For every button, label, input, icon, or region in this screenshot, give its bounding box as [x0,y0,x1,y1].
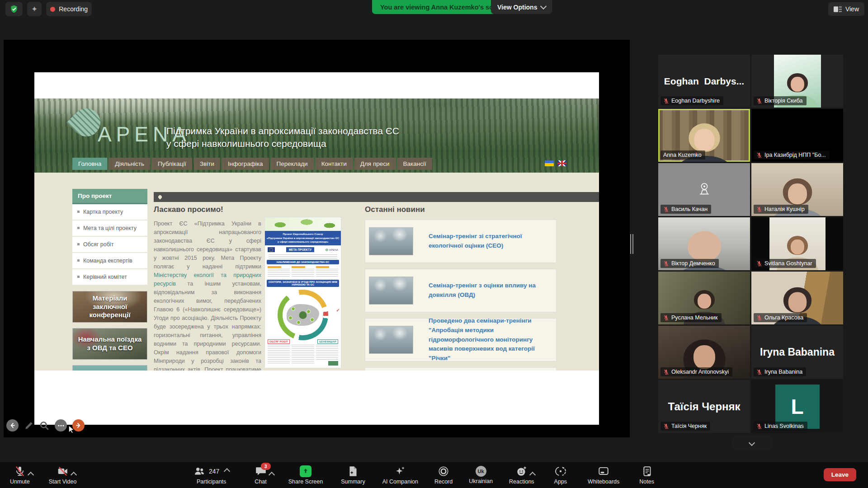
participant-tile-linas[interactable]: L Linas Svolkinas [751,380,843,433]
participant-tile-eoghan[interactable]: Eoghan Darbys... Eoghan Darbyshire [658,55,750,108]
project-infographic: Проект Європейського Союзу «Підтримка Ук… [264,217,341,368]
arrow-left-icon [9,422,16,429]
muted-mic-icon [663,206,669,212]
infographic-title: Проект Європейського Союзу «Підтримка Ук… [265,231,341,245]
participant-tile-vasyl[interactable]: Василь Качан [658,163,750,216]
participant-tile-svitlana[interactable]: Svitlana Goshtynar [751,217,843,270]
summary-button[interactable]: Summary [341,462,365,488]
nav-item-activity: Діяльність [109,158,150,170]
muted-mic-icon [756,261,762,267]
site-content: Про проект Картка проекту Мета та цілі п… [34,173,599,371]
site-tagline: Підтримка України в апроксимації законод… [166,125,399,150]
news-thumbnail [369,326,413,354]
participant-label: Василь Качан [660,205,711,214]
news-title: Останні новини [365,205,557,214]
participant-label: Eoghan Darbyshire [660,96,723,105]
news-item-title: Семінар-тренінг з оцінки впливу на довкі… [429,281,552,300]
nav-item-infographics: Інфографіка [222,158,269,170]
muted-mic-icon [756,206,762,212]
pencil-icon [24,421,34,431]
participant-tile-viktor[interactable]: Віктор Демченко [658,217,750,270]
participants-chevron[interactable] [224,468,230,474]
news-thumbnail [369,277,413,305]
security-shield-button[interactable] [5,2,23,16]
gallery-next-page-button[interactable] [731,436,772,451]
ring-center-icon [299,311,307,319]
whiteboards-icon [598,465,609,477]
view-options-button[interactable]: View Options [491,0,552,14]
red-check-icon: ✓ [336,308,340,313]
annotate-pencil-button[interactable] [24,421,34,431]
participant-label: Svitlana Goshtynar [754,259,816,268]
leave-button[interactable]: Leave [824,468,856,481]
participants-button[interactable]: 247 Participants [193,462,229,488]
sidebar-item-scope: Обсяг робіт [72,237,147,253]
participant-label: Наталія Кушнір [754,205,808,214]
participant-tile-taisiia[interactable]: Таїсія Черняк Таїсія Черняк [658,380,750,433]
uk-flag-icon [557,160,566,166]
muted-mic-icon [756,315,762,321]
notes-button[interactable]: Notes [639,462,654,488]
nav-item-publications: Публікації [152,158,192,170]
infographic-sector-ring: ✓ [265,288,341,346]
chevron-down-icon [749,439,755,446]
participant-tile-ruslana[interactable]: Руслана Мельник [658,272,750,324]
news-item: В Києві відбувся семінар з оцінки статус… [365,367,557,371]
video-options-chevron[interactable] [71,471,77,478]
panel-resize-handle[interactable] [630,234,634,254]
language-uk-icon: Uk [476,466,486,477]
back-arrow-button[interactable] [6,419,19,432]
infographic-steps [265,265,341,279]
chevron-down-icon [540,3,547,9]
ellipsis-icon [57,422,65,429]
participant-tile-oleksandr[interactable]: Oleksandr Antonovskyi [658,326,750,379]
magnifier-icon [39,421,49,431]
view-button[interactable]: View [828,2,864,16]
muted-mic-icon [756,98,762,104]
whiteboards-button[interactable]: Whiteboards [588,462,619,488]
eu-flag-icon [268,247,275,252]
chat-chevron[interactable] [268,471,274,478]
zoom-magnifier-button[interactable] [39,421,49,431]
record-icon [438,465,449,477]
ai-companion-button[interactable]: AI Companion [382,462,418,488]
more-options-button[interactable] [55,419,67,432]
notes-icon [641,465,653,477]
language-flags [545,160,566,166]
unmute-button[interactable]: Unmute [10,462,30,488]
start-video-button[interactable]: Start Video [49,462,77,488]
record-button[interactable]: Record [434,462,453,488]
share-screen-button[interactable]: Share Screen [288,462,323,488]
participant-label: Руслана Мельник [660,313,722,322]
reactions-button[interactable]: Reactions [509,462,534,488]
infographic-apena-logo: APENA [326,249,338,251]
infographic-band-approximation: НАБЛИЖЕННЯ ДО ЗАКОНОДАВСТВА ЄС [267,260,339,264]
ai-companion-icon [394,465,406,477]
participant-tile-olha[interactable]: Ольга Красова [751,272,843,324]
welcome-paragraph: Проект ЄС «Підтримка України в апроксима… [154,220,261,371]
apps-button[interactable]: Apps [554,462,567,488]
infographic-leaves-header [265,217,341,231]
ai-companion-top-button[interactable]: ✦ [27,2,42,16]
chat-button[interactable]: 3 Chat [255,462,266,488]
interpretation-button[interactable]: Uk Ukrainian [469,462,493,488]
participant-tile-viktoriia[interactable]: Вікторія Скиба [751,55,843,108]
camera-off-icon [57,465,69,477]
infographic-goal-label: МЕТА ПРОЕКТУ [286,247,314,252]
sparkle-icon: ✦ [31,5,38,13]
site-nav: Головна Діяльність Публікації Звіти Інфо… [72,158,432,170]
participant-tile-ira[interactable]: Іра Казибрід НПП "Бо... [751,109,843,162]
reactions-chevron[interactable] [529,471,536,478]
muted-mic-icon [663,261,669,267]
participant-tile-anna-active-speaker[interactable]: Anna Kuzemko [658,109,750,162]
audio-options-chevron[interactable] [28,471,34,478]
participant-label: Ольга Красова [754,313,807,322]
news-section: Останні новини Семінар-тренінг зі страте… [365,205,557,371]
page-utility-bar [154,192,599,202]
site-sidebar: Про проект Картка проекту Мета та цілі п… [72,189,147,371]
zoom-toolbar: Unmute Start Video 247 Participants 3 [0,462,868,488]
muted-mic-icon [756,423,762,429]
participant-tile-nataliia[interactable]: Наталія Кушнір [751,163,843,216]
share-screen-icon [300,465,311,477]
participant-tile-iryna[interactable]: Iryna Babanina Iryna Babanina [751,326,843,379]
